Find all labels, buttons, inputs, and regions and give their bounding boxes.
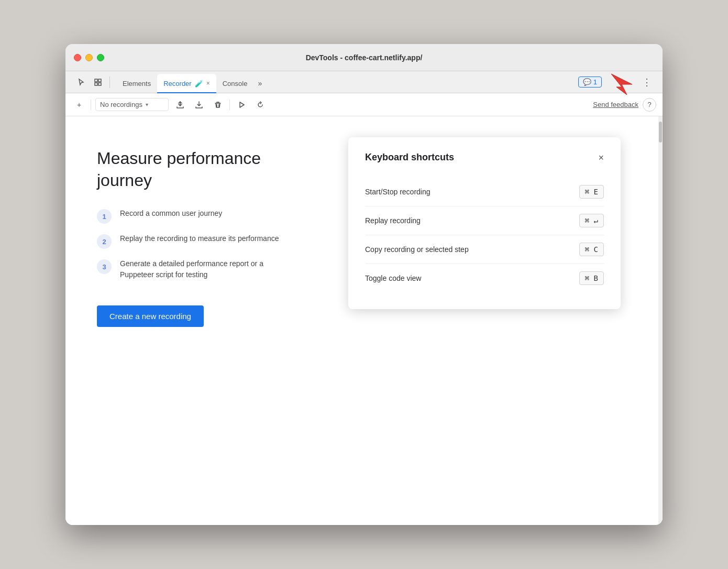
window-title: DevTools - coffee-cart.netlify.app/ — [306, 53, 423, 62]
step-number-2: 2 — [97, 234, 112, 249]
replay-button[interactable] — [253, 97, 268, 112]
tab-recorder-label: Recorder — [163, 80, 191, 87]
notification-badge[interactable]: 💬 1 — [578, 76, 602, 87]
shortcut-row-3: Toggle code view ⌘ B — [365, 264, 604, 292]
fullscreen-button[interactable] — [97, 54, 104, 61]
shortcut-label-3: Toggle code view — [365, 274, 421, 282]
heading-line2: journey — [97, 171, 152, 190]
svg-rect-3 — [98, 83, 101, 85]
step-text-2: Replay the recording to measure its perf… — [120, 233, 279, 244]
welcome-heading: Measure performance journey — [97, 148, 338, 191]
step-number-1: 1 — [97, 209, 112, 224]
shortcuts-close-button[interactable]: × — [598, 153, 604, 162]
tabs-row: Elements Recorder 🧪 × Console » 💬 1 ⋮ — [65, 71, 663, 93]
tab-more-button[interactable]: » — [253, 74, 266, 93]
main-content: Measure performance journey 1 Record a c… — [65, 116, 663, 525]
tab-actions: 💬 1 ⋮ — [574, 71, 658, 93]
heading-line1: Measure performance — [97, 149, 261, 168]
toolbar-divider-2 — [229, 100, 230, 110]
keyboard-shortcuts-popup: Keyboard shortcuts × Start/Stop recordin… — [348, 137, 621, 309]
tab-elements-label: Elements — [123, 80, 151, 87]
step-text-3: Generate a detailed performance report o… — [120, 258, 263, 280]
notification-count: 1 — [593, 78, 597, 86]
tab-elements[interactable]: Elements — [116, 74, 157, 93]
svg-rect-1 — [98, 79, 101, 82]
shortcut-label-2: Copy recording or selected step — [365, 245, 469, 254]
red-arrow-container — [606, 71, 637, 93]
delete-button[interactable] — [211, 97, 225, 112]
tab-icons — [70, 71, 116, 93]
svg-rect-2 — [95, 83, 97, 85]
svg-rect-0 — [95, 79, 97, 82]
steps-list: 1 Record a common user journey 2 Replay … — [97, 208, 338, 280]
export-button[interactable] — [173, 97, 187, 112]
devtools-window: DevTools - coffee-cart.netlify.app/ Elem… — [65, 44, 663, 525]
step-item-2: 2 Replay the recording to measure its pe… — [97, 233, 338, 249]
inspect-icon[interactable] — [91, 75, 105, 90]
play-button[interactable] — [234, 97, 249, 112]
shortcut-label-1: Replay recording — [365, 216, 421, 225]
add-recording-button[interactable]: + — [72, 97, 86, 112]
tab-console[interactable]: Console — [216, 74, 254, 93]
shortcut-key-3: ⌘ B — [579, 271, 604, 285]
shortcut-label-0: Start/Stop recording — [365, 188, 431, 196]
minimize-button[interactable] — [85, 54, 93, 61]
shortcuts-header: Keyboard shortcuts × — [365, 152, 604, 163]
shortcut-key-1: ⌘ ↵ — [579, 214, 604, 227]
devtools-menu-button[interactable]: ⋮ — [639, 75, 654, 90]
close-button[interactable] — [74, 54, 81, 61]
step-item-1: 1 Record a common user journey — [97, 208, 338, 224]
step-item-3: 3 Generate a detailed performance report… — [97, 258, 338, 280]
tab-console-label: Console — [223, 80, 248, 87]
titlebar: DevTools - coffee-cart.netlify.app/ — [65, 44, 663, 71]
tab-divider — [109, 76, 110, 88]
shortcut-row-0: Start/Stop recording ⌘ E — [365, 178, 604, 206]
shortcut-key-0: ⌘ E — [579, 185, 604, 199]
tab-recorder-close[interactable]: × — [206, 80, 210, 87]
step-number-3: 3 — [97, 259, 112, 274]
dropdown-chevron-icon: ▾ — [146, 102, 148, 107]
step-text-1: Record a common user journey — [120, 208, 222, 219]
toolbar-divider-1 — [91, 100, 91, 110]
send-feedback-button[interactable]: Send feedback — [593, 101, 638, 108]
recorder-flask-icon: 🧪 — [195, 80, 203, 87]
shortcut-row-2: Copy recording or selected step ⌘ C — [365, 235, 604, 264]
tab-recorder[interactable]: Recorder 🧪 × — [157, 74, 216, 93]
notification-icon: 💬 — [583, 78, 591, 86]
shortcut-row-1: Replay recording ⌘ ↵ — [365, 206, 604, 235]
scroll-thumb — [659, 122, 662, 143]
import-button[interactable] — [192, 97, 206, 112]
traffic-lights — [74, 54, 104, 61]
scrollbar[interactable] — [658, 116, 663, 525]
shortcuts-title: Keyboard shortcuts — [365, 152, 454, 163]
cursor-icon[interactable] — [74, 75, 89, 90]
no-recordings-label: No recordings — [100, 101, 142, 108]
shortcut-key-2: ⌘ C — [579, 243, 604, 256]
help-button[interactable]: ? — [643, 98, 656, 112]
recorder-toolbar: + No recordings ▾ — [65, 93, 663, 116]
create-recording-button[interactable]: Create a new recording — [97, 305, 204, 327]
red-arrow-icon — [606, 71, 637, 97]
recordings-dropdown[interactable]: No recordings ▾ — [95, 98, 169, 111]
